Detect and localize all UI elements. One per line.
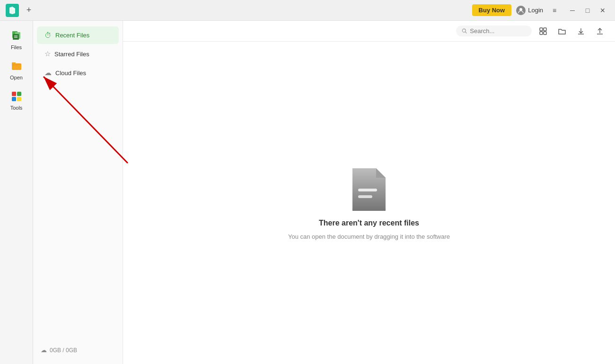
tools-icon (10, 90, 23, 103)
storage-indicator: ☁ 0GB / 0GB (33, 342, 123, 358)
nav-item-files[interactable]: Files (2, 26, 31, 54)
sidebar-recent-label: Recent Files (55, 32, 89, 39)
menu-button[interactable]: ≡ (548, 4, 561, 17)
grid-view-button[interactable] (536, 24, 551, 39)
sidebar-item-starred[interactable]: ☆ Starred Files (37, 45, 119, 63)
svg-rect-16 (544, 28, 546, 31)
import-button[interactable] (573, 24, 589, 39)
svg-line-14 (465, 32, 466, 33)
svg-point-1 (519, 8, 522, 11)
grid-icon (539, 27, 547, 35)
nav-open-label: Open (10, 75, 23, 80)
sidebar-item-recent[interactable]: ⏱ Recent Files (37, 26, 119, 44)
search-icon (462, 28, 467, 34)
storage-cloud-icon: ☁ (41, 347, 47, 354)
nav-item-tools[interactable]: Tools (2, 86, 31, 114)
empty-subtitle: You can open the document by dragging it… (288, 233, 450, 240)
nav-item-open[interactable]: Open (2, 56, 31, 84)
files-icon (10, 29, 23, 43)
open-icon (10, 60, 23, 73)
sidebar: ⏱ Recent Files ☆ Starred Files ☁ Cloud F… (33, 21, 123, 364)
svg-point-13 (462, 29, 466, 32)
folder-button[interactable] (554, 24, 570, 39)
main-layout: Files Open Tools ⏱ Recent File (0, 21, 615, 364)
search-box[interactable] (456, 26, 532, 36)
svg-rect-24 (358, 195, 372, 198)
new-tab-button[interactable]: + (23, 4, 35, 17)
import-icon (577, 27, 585, 35)
sidebar-starred-label: Starred Files (54, 51, 89, 58)
clock-icon: ⏱ (44, 31, 52, 39)
close-button[interactable]: ✕ (596, 4, 609, 17)
folder-icon (558, 27, 566, 35)
svg-rect-17 (540, 32, 543, 35)
svg-rect-9 (12, 92, 16, 96)
export-button[interactable] (592, 24, 607, 39)
content-area: There aren't any recent files You can op… (123, 21, 615, 364)
left-nav: Files Open Tools (0, 21, 33, 364)
svg-rect-4 (13, 34, 19, 40)
sidebar-cloud-label: Cloud Files (55, 69, 86, 77)
svg-rect-12 (17, 97, 21, 101)
sidebar-item-cloud[interactable]: ☁ Cloud Files (37, 64, 119, 82)
app-logo-icon (6, 4, 19, 17)
storage-label: 0GB / 0GB (50, 347, 77, 354)
minimize-button[interactable]: ─ (566, 4, 579, 17)
svg-rect-11 (12, 97, 16, 101)
svg-rect-10 (17, 92, 21, 96)
titlebar: + Buy Now Login ≡ ─ □ ✕ (0, 0, 615, 21)
window-controls: ─ □ ✕ (566, 4, 609, 17)
nav-files-label: Files (11, 44, 22, 50)
svg-rect-23 (358, 189, 377, 191)
nav-tools-label: Tools (10, 105, 23, 111)
login-avatar-icon (516, 6, 526, 15)
content-toolbar (123, 21, 615, 42)
star-icon: ☆ (44, 50, 51, 58)
cloud-icon: ☁ (44, 69, 52, 77)
export-icon (596, 27, 604, 35)
svg-rect-15 (540, 28, 543, 31)
maximize-button[interactable]: □ (581, 4, 594, 17)
empty-file-icon (348, 166, 390, 213)
svg-rect-18 (544, 32, 546, 35)
svg-rect-8 (12, 62, 16, 64)
empty-state: There aren't any recent files You can op… (123, 42, 615, 364)
empty-title: There aren't any recent files (319, 219, 419, 227)
svg-rect-7 (12, 63, 21, 70)
buy-now-button[interactable]: Buy Now (472, 4, 512, 16)
search-input[interactable] (470, 27, 526, 35)
login-button[interactable]: Login (516, 6, 543, 15)
titlebar-left: + (6, 4, 35, 17)
titlebar-right: Buy Now Login ≡ ─ □ ✕ (472, 4, 609, 17)
